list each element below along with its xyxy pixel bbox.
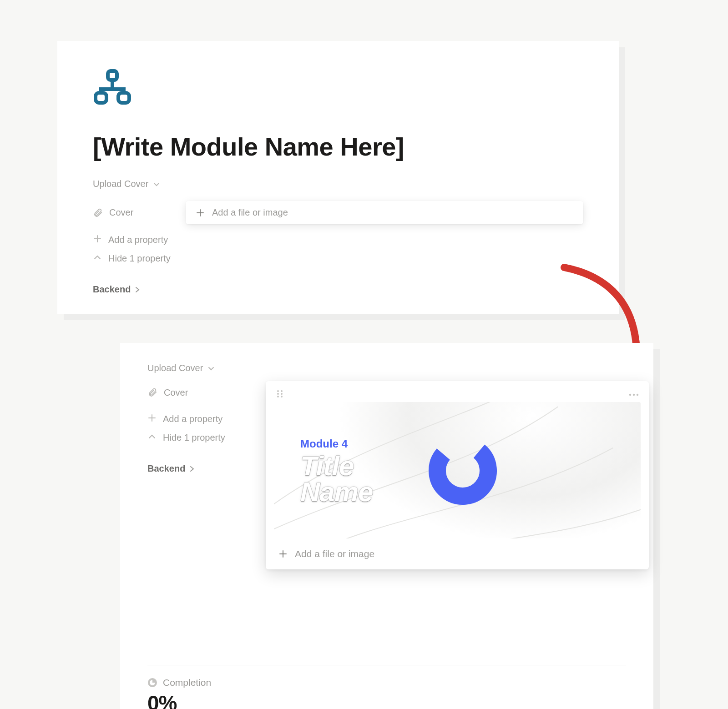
hide-property-label: Hide 1 property — [108, 253, 171, 264]
attachment-icon — [147, 387, 157, 397]
svg-point-3 — [277, 390, 279, 392]
pie-icon — [147, 678, 157, 688]
plus-icon — [147, 413, 157, 422]
upload-cover-label: Upload Cover — [93, 179, 148, 189]
backend-link[interactable]: Backend — [93, 284, 583, 295]
page-title[interactable]: [Write Module Name Here] — [93, 132, 583, 161]
svg-point-8 — [281, 396, 283, 397]
hide-property-toggle[interactable]: Hide 1 property — [147, 432, 266, 443]
svg-point-4 — [281, 390, 283, 392]
org-chart-icon — [93, 69, 583, 106]
more-options-icon[interactable] — [629, 390, 639, 398]
backend-link[interactable]: Backend — [147, 463, 266, 474]
upload-cover-label: Upload Cover — [147, 363, 203, 373]
add-property-label: Add a property — [163, 414, 222, 424]
completion-value: 0% — [147, 691, 626, 709]
hide-property-label: Hide 1 property — [163, 432, 225, 443]
backend-label: Backend — [93, 284, 131, 295]
drag-handle-icon[interactable] — [276, 389, 284, 399]
chevron-down-icon — [153, 181, 160, 188]
add-property-label: Add a property — [108, 235, 168, 245]
plus-icon — [278, 549, 288, 558]
cover-image-preview[interactable]: Module 4 TitleName — [274, 402, 641, 538]
upload-cover-toggle[interactable]: Upload Cover — [147, 363, 215, 373]
plus-icon — [196, 208, 205, 217]
chevron-up-icon — [147, 432, 157, 441]
add-property-button[interactable]: Add a property — [147, 413, 266, 425]
add-file-label: Add a file or image — [212, 207, 288, 218]
completion-row: Completion — [147, 677, 626, 688]
add-file-button[interactable]: Add a file or image — [274, 538, 641, 569]
attachment-icon — [93, 208, 103, 218]
svg-point-7 — [277, 396, 279, 397]
chevron-up-icon — [93, 253, 102, 262]
cover-title-text: TitleName — [300, 453, 373, 505]
hide-property-toggle[interactable]: Hide 1 property — [93, 253, 583, 264]
donut-chart-icon — [424, 432, 501, 509]
add-file-label: Add a file or image — [295, 548, 374, 559]
divider — [147, 665, 626, 665]
cover-property-label: Cover — [109, 207, 133, 218]
svg-point-6 — [281, 393, 283, 395]
plus-icon — [93, 234, 102, 243]
completion-label: Completion — [163, 677, 211, 688]
svg-point-9 — [629, 394, 631, 396]
backend-label: Backend — [147, 463, 185, 474]
svg-point-10 — [633, 394, 635, 396]
module-editor-card-top: [Write Module Name Here] Upload Cover Co… — [57, 41, 619, 314]
add-property-button[interactable]: Add a property — [93, 234, 583, 246]
svg-rect-1 — [96, 93, 106, 103]
add-file-button[interactable]: Add a file or image — [186, 201, 583, 224]
cover-editor-popover: Module 4 TitleName Add a file or image — [266, 381, 649, 569]
upload-cover-toggle[interactable]: Upload Cover — [93, 179, 160, 189]
cover-property-label: Cover — [164, 387, 188, 398]
cover-module-tag: Module 4 — [300, 437, 348, 450]
svg-point-5 — [277, 393, 279, 395]
svg-point-11 — [637, 394, 638, 396]
chevron-right-icon — [134, 287, 141, 293]
svg-point-12 — [427, 435, 499, 507]
chevron-down-icon — [207, 365, 215, 372]
svg-rect-2 — [118, 93, 129, 103]
chevron-right-icon — [189, 466, 195, 472]
module-editor-card-bottom: Upload Cover Cover Add a property Hide 1… — [120, 343, 653, 709]
